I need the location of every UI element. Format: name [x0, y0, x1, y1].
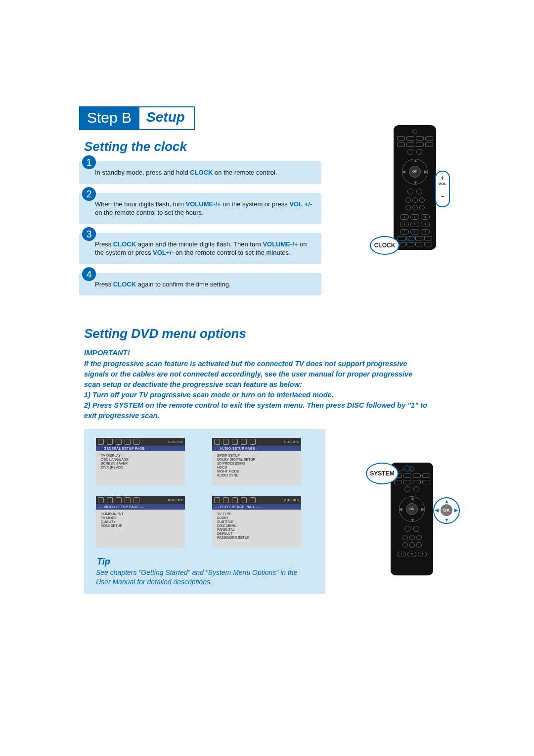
step-number-3: 3: [82, 227, 96, 241]
callout-system: SYSTEM: [366, 463, 399, 484]
step-label: Step B: [79, 106, 139, 130]
callout-clock: CLOCK: [370, 236, 400, 255]
important-label: IMPORTANT!: [84, 348, 381, 357]
step-box-3: Press CLOCK again and the minute digits …: [79, 233, 321, 264]
menu-general: PHILIPS - - GENERAL SETUP PAGE - - TV DI…: [96, 438, 185, 485]
clock-steps: 1 In standby mode, press and hold CLOCK …: [79, 155, 302, 295]
step-box-2: When the hour digits flash, turn VOLUME-…: [79, 193, 321, 224]
menu-video: PHILIPS - - VIDEO SETUP PAGE - - COMPONE…: [96, 496, 185, 548]
section-title-dvd: Setting DVD menu options: [84, 326, 470, 341]
step-box-1: In standby mode, press and hold CLOCK on…: [79, 161, 321, 184]
tip-title: Tip: [97, 557, 313, 567]
step-number-4: 4: [82, 267, 96, 281]
step-number-1: 1: [82, 155, 96, 169]
dvd-menu-panel: PHILIPS - - GENERAL SETUP PAGE - - TV DI…: [84, 429, 325, 594]
setup-label: Setup: [139, 106, 195, 130]
step-box-4: Press CLOCK again to confirm the time se…: [79, 273, 321, 296]
callout-volume: + VOL −: [435, 171, 450, 207]
remote-control-bottom: ▲▼◀▶OK 123: [391, 463, 433, 575]
remote-control-top: ▲▼◀▶OK 123 456 789: [394, 125, 436, 250]
tip-body: See chapters "Getting Started" and "Syst…: [96, 568, 304, 587]
important-body: If the progressive scan feature is activ…: [84, 359, 430, 421]
remote-highlight-clock: [408, 236, 415, 243]
menu-audio: PHILIPS - - AUDIO SETUP PAGE - - SPDIF S…: [212, 438, 301, 485]
callout-ok-wheel: ▲ ▼ ◀ ▶ OK: [433, 497, 460, 524]
step-number-2: 2: [82, 187, 96, 201]
menu-preference: PHILIPS - - PREFERENCE PAGE - - TV TYPEA…: [212, 496, 301, 548]
